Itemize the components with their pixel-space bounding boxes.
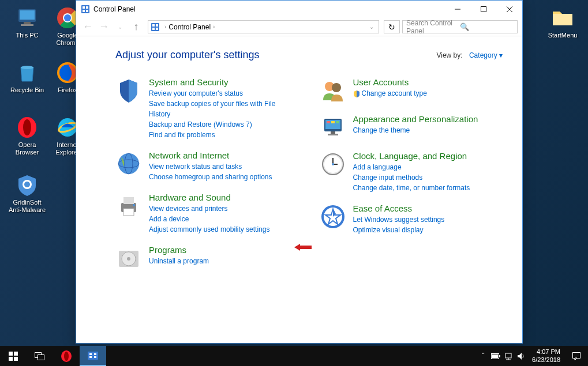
svg-point-55 [332, 163, 334, 165]
svg-rect-60 [9, 352, 13, 356]
desktop-icon-gridinsoft-anti-malware[interactable]: GridinSoft Anti-Malware [7, 173, 47, 214]
svg-rect-65 [38, 354, 44, 360]
svg-rect-28 [152, 24, 155, 27]
category-link[interactable]: Change input methods [353, 172, 470, 183]
desktop-icon-startmenu[interactable]: StartMenu [542, 6, 583, 39]
svg-rect-22 [86, 10, 88, 12]
svg-rect-75 [492, 354, 498, 358]
desktop-icon-label: This PC [7, 32, 47, 39]
category-appearance-and-personalization: Appearance and PersonalizationChange the… [320, 114, 503, 141]
category-title[interactable]: Ease of Access [353, 203, 445, 213]
search-input[interactable]: Search Control Panel 🔍 [402, 20, 518, 33]
chevron-down-icon[interactable]: ⌄ [369, 24, 374, 30]
task-view-button[interactable] [27, 346, 53, 366]
chevron-right-icon: › [213, 24, 215, 30]
category-title[interactable]: Appearance and Personalization [353, 114, 478, 124]
svg-rect-49 [331, 131, 335, 134]
disc-icon [115, 245, 142, 271]
category-link[interactable]: Change date, time, or number formats [353, 183, 470, 193]
breadcrumb-root[interactable]: Control Panel [168, 23, 211, 31]
category-link[interactable]: Let Windows suggest settings [353, 214, 445, 225]
category-link[interactable]: Save backup copies of your files with Fi… [149, 99, 299, 119]
svg-rect-72 [94, 356, 96, 358]
svg-marker-59 [294, 244, 312, 251]
svg-rect-19 [83, 6, 85, 9]
category-user-accounts: User AccountsChange account type [320, 77, 503, 104]
nav-recent-dropdown[interactable]: ⌄ [113, 20, 127, 34]
desktop-icon-this-pc[interactable]: This PC [7, 6, 47, 39]
category-link[interactable]: Adjust commonly used mobility settings [149, 224, 269, 235]
desktop-icon-opera-browser[interactable]: Opera Browser [7, 115, 47, 156]
svg-rect-46 [327, 121, 330, 123]
pc-icon [15, 6, 39, 30]
svg-rect-20 [86, 6, 88, 9]
svg-rect-76 [505, 353, 511, 358]
category-link[interactable]: Choose homegroup and sharing options [149, 172, 272, 182]
category-link[interactable]: Backup and Restore (Windows 7) [149, 119, 299, 130]
svg-point-13 [23, 119, 31, 135]
category-link[interactable]: Uninstall a program [149, 256, 209, 266]
svg-rect-63 [14, 357, 18, 361]
category-title[interactable]: User Accounts [353, 77, 427, 87]
svg-point-32 [118, 153, 139, 174]
category-link[interactable]: Change account type [353, 88, 427, 99]
svg-rect-29 [156, 24, 158, 27]
category-link[interactable]: Change the theme [353, 125, 478, 135]
control-panel-window: Control Panel ← → ⌄ ↑ › Control Panel › … [76, 0, 523, 344]
printer-icon [115, 193, 142, 219]
tray-network-icon[interactable] [502, 346, 515, 366]
tray-volume-icon[interactable] [515, 346, 527, 366]
category-link[interactable]: View devices and printers [149, 203, 269, 214]
svg-rect-71 [89, 356, 92, 358]
address-bar[interactable]: › Control Panel › ⌄ [148, 20, 379, 33]
titlebar[interactable]: Control Panel [76, 1, 522, 18]
nav-up-button[interactable]: ↑ [129, 20, 143, 34]
nav-forward-button[interactable]: → [97, 20, 111, 34]
taskbar-opera-button[interactable] [53, 346, 80, 366]
monitor-icon [320, 114, 346, 141]
start-button[interactable] [0, 346, 27, 366]
search-icon: 🔍 [460, 22, 514, 31]
taskbar-clock[interactable]: 4:07 PM 6/23/2018 [527, 348, 565, 363]
taskbar-time: 4:07 PM [532, 348, 560, 356]
category-link[interactable]: Review your computer's status [149, 88, 299, 99]
category-title[interactable]: Programs [149, 245, 209, 255]
tray-overflow-button[interactable]: ˆ [477, 346, 489, 366]
svg-point-41 [127, 257, 130, 261]
svg-rect-69 [89, 353, 92, 355]
svg-rect-50 [328, 134, 338, 135]
desktop-icon-label: Recycle Bin [7, 86, 47, 94]
category-title[interactable]: System and Security [149, 77, 299, 87]
nav-back-button[interactable]: ← [81, 20, 95, 34]
category-link[interactable]: View network status and tasks [149, 161, 272, 172]
svg-rect-1 [20, 10, 35, 20]
taskbar: ˆ 4:07 PM 6/23/2018 [0, 346, 588, 366]
desktop-icon-recycle-bin[interactable]: Recycle Bin [7, 61, 47, 94]
maximize-button[interactable] [470, 1, 496, 18]
shield-icon [353, 90, 360, 97]
category-title[interactable]: Clock, Language, and Region [353, 151, 470, 161]
close-button[interactable] [496, 1, 522, 18]
category-link[interactable]: Find and fix problems [149, 130, 299, 140]
svg-rect-48 [336, 121, 339, 123]
svg-point-8 [64, 14, 71, 21]
desktop-icon-label: Opera Browser [7, 141, 47, 156]
category-link[interactable]: Add a language [353, 162, 470, 172]
svg-point-43 [332, 83, 341, 92]
category-title[interactable]: Network and Internet [149, 150, 272, 160]
minimize-button[interactable] [444, 1, 470, 18]
category-clock-language-and-region: Clock, Language, and RegionAdd a languag… [320, 151, 503, 193]
tray-battery-icon[interactable] [489, 346, 502, 366]
svg-point-9 [21, 66, 33, 69]
category-link[interactable]: Optimize visual display [353, 225, 445, 235]
refresh-button[interactable]: ↻ [384, 20, 400, 33]
category-ease-of-access: Ease of AccessLet Windows suggest settin… [320, 203, 503, 235]
category-title[interactable]: Hardware and Sound [149, 193, 269, 202]
category-network-and-internet: Network and InternetView network status … [115, 150, 299, 182]
svg-point-17 [24, 182, 30, 187]
svg-rect-31 [156, 28, 158, 30]
taskbar-control-panel-button[interactable] [80, 346, 106, 366]
action-center-button[interactable] [565, 346, 588, 366]
view-by-dropdown[interactable]: Category ▾ [469, 51, 503, 59]
category-link[interactable]: Add a device [149, 214, 269, 224]
